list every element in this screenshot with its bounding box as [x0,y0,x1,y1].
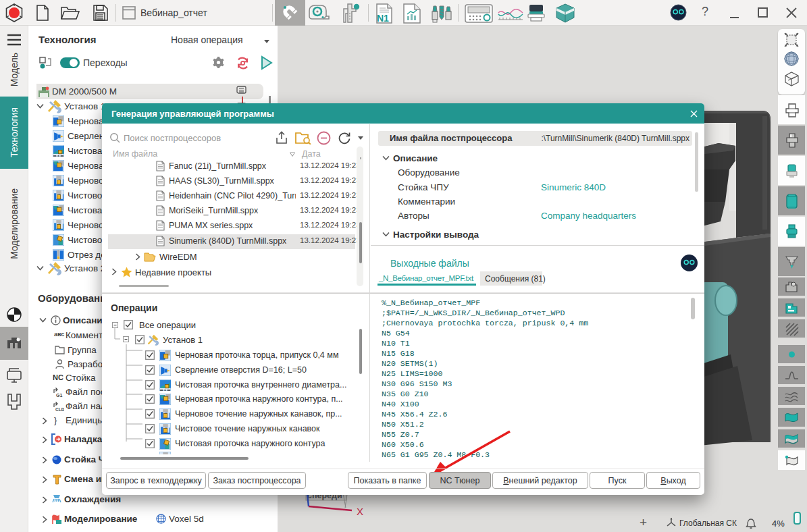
svg-text:CLD: CLD [55,407,64,412]
svg-text:X: X [357,506,363,517]
svg-text:G1: G1 [56,393,62,398]
svg-text:N1: N1 [377,13,389,24]
